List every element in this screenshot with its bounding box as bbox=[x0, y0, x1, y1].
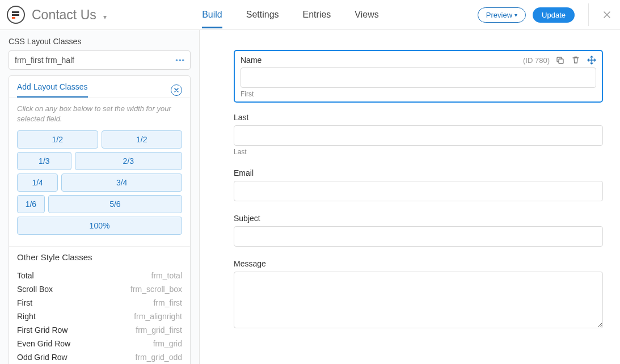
svg-rect-0 bbox=[12, 11, 19, 13]
separator bbox=[588, 3, 589, 26]
layout-three-quarters[interactable]: 3/4 bbox=[61, 173, 182, 192]
svg-rect-4 bbox=[559, 59, 563, 64]
duplicate-icon[interactable] bbox=[555, 56, 564, 65]
svg-rect-2 bbox=[12, 17, 15, 19]
field-label: Subject bbox=[234, 214, 603, 223]
preview-button[interactable]: Preview ▾ bbox=[478, 7, 526, 23]
chevron-down-icon[interactable]: ▾ bbox=[103, 13, 107, 21]
app-logo bbox=[7, 6, 25, 24]
formidable-logo-icon bbox=[12, 11, 20, 19]
svg-rect-1 bbox=[12, 14, 19, 16]
list-item[interactable]: Even Grid Rowfrm_grid bbox=[17, 337, 182, 350]
field-label: Message bbox=[234, 259, 603, 268]
field-label: Last bbox=[234, 113, 603, 122]
panel-tab-add-layout[interactable]: Add Layout Classes bbox=[17, 82, 88, 98]
move-icon[interactable] bbox=[587, 56, 596, 65]
layout-sixth[interactable]: 1/6 bbox=[17, 195, 45, 213]
layout-half[interactable]: 1/2 bbox=[102, 130, 183, 149]
name-input[interactable] bbox=[241, 67, 596, 88]
form-canvas: Name (ID 780) First Last bbox=[200, 30, 620, 364]
field-name-selected[interactable]: Name (ID 780) First bbox=[234, 50, 603, 103]
css-classes-input[interactable] bbox=[9, 50, 191, 70]
layout-full[interactable]: 100% bbox=[17, 217, 182, 235]
list-item[interactable]: Firstfrm_first bbox=[17, 296, 182, 310]
field-last[interactable]: Last Last bbox=[234, 113, 603, 156]
tab-entries[interactable]: Entries bbox=[303, 1, 331, 28]
layout-grid: 1/2 1/2 1/3 2/3 1/4 3/4 1/6 5/6 100% bbox=[9, 128, 190, 246]
field-id: (ID 780) bbox=[523, 56, 550, 65]
chevron-down-icon: ▾ bbox=[514, 12, 517, 18]
tab-build[interactable]: Build bbox=[202, 1, 222, 28]
list-item[interactable]: First Grid Rowfrm_grid_first bbox=[17, 323, 182, 337]
list-item[interactable]: Scroll Boxfrm_scroll_box bbox=[17, 282, 182, 296]
message-input[interactable] bbox=[234, 272, 603, 328]
tab-settings[interactable]: Settings bbox=[246, 1, 279, 28]
list-item[interactable]: Rightfrm_alignright bbox=[17, 310, 182, 323]
main-tabs: Build Settings Entries Views bbox=[202, 1, 379, 28]
layout-third[interactable]: 1/3 bbox=[17, 152, 71, 170]
close-icon[interactable] bbox=[171, 84, 182, 96]
other-classes-heading: Other Style Classes bbox=[9, 246, 190, 268]
field-sublabel: Last bbox=[234, 148, 603, 156]
layout-five-sixths[interactable]: 5/6 bbox=[48, 195, 182, 213]
panel-hint: Click on any box below to set the width … bbox=[9, 98, 190, 128]
field-subject[interactable]: Subject bbox=[234, 214, 603, 247]
layout-quarter[interactable]: 1/4 bbox=[17, 173, 58, 192]
field-sublabel: First bbox=[241, 90, 596, 98]
last-input[interactable] bbox=[234, 125, 603, 146]
close-icon[interactable] bbox=[602, 10, 611, 19]
list-item[interactable]: Odd Grid Rowfrm_grid_odd bbox=[17, 350, 182, 364]
layout-panel: Add Layout Classes Click on any box belo… bbox=[9, 75, 191, 364]
tab-views[interactable]: Views bbox=[355, 1, 378, 28]
field-label: Name bbox=[241, 56, 262, 65]
header-actions: Preview ▾ Update bbox=[478, 3, 611, 26]
app-header: Contact Us ▾ Build Settings Entries View… bbox=[0, 0, 620, 30]
email-input[interactable] bbox=[234, 181, 603, 201]
field-email[interactable]: Email bbox=[234, 168, 603, 201]
other-classes-list: Totalfrm_total Scroll Boxfrm_scroll_box … bbox=[9, 268, 190, 364]
field-label: Email bbox=[234, 168, 603, 177]
css-classes-label: CSS Layout Classes bbox=[9, 37, 191, 46]
layout-two-thirds[interactable]: 2/3 bbox=[75, 152, 182, 170]
more-icon[interactable]: ••• bbox=[175, 56, 185, 65]
field-message[interactable]: Message bbox=[234, 259, 603, 330]
layout-half[interactable]: 1/2 bbox=[17, 130, 98, 149]
sidebar: CSS Layout Classes ••• Add Layout Classe… bbox=[0, 30, 200, 364]
page-title[interactable]: Contact Us ▾ bbox=[32, 7, 107, 23]
subject-input[interactable] bbox=[234, 226, 603, 247]
list-item[interactable]: Totalfrm_total bbox=[17, 269, 182, 282]
trash-icon[interactable] bbox=[571, 56, 580, 65]
update-button[interactable]: Update bbox=[533, 7, 575, 23]
